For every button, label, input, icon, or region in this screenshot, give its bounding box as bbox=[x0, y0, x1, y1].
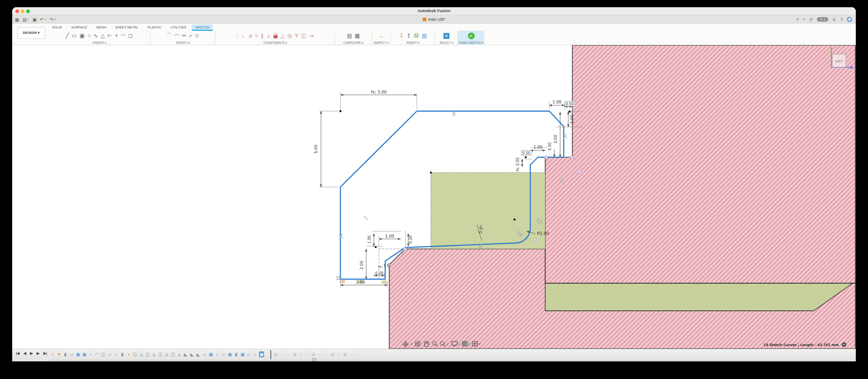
timeline-feature-cham[interactable]: ◣ bbox=[183, 351, 188, 357]
timeline-feature-circle[interactable]: ○ bbox=[50, 351, 55, 357]
tab-sheet-metal[interactable]: SHEET METAL bbox=[112, 24, 142, 31]
timeline-ghost-feature-sketch[interactable]: ▱ bbox=[349, 351, 354, 357]
insert-dxf-icon[interactable]: ↧ bbox=[399, 33, 404, 39]
fillet-icon[interactable]: ⌒ bbox=[166, 33, 172, 39]
timeline-feature-sketch[interactable]: ▱ bbox=[246, 351, 251, 357]
timeline-ghost-feature-sketch[interactable]: ▱ bbox=[279, 351, 284, 357]
project-icon[interactable]: ⊂ bbox=[195, 33, 199, 39]
timeline-ghost-feature-mirror[interactable]: ◫ bbox=[298, 351, 303, 357]
spline-icon[interactable]: ∿ bbox=[93, 33, 98, 39]
dim-02-v[interactable]: 0.20 bbox=[409, 235, 413, 243]
sketch-point-handle[interactable] bbox=[337, 276, 340, 280]
center-rectangle-icon[interactable]: ▣ bbox=[80, 33, 85, 39]
insert-label[interactable]: INSERT ▾ bbox=[391, 41, 435, 45]
new-tab-icon[interactable]: + bbox=[803, 17, 805, 22]
dim-1-top[interactable]: 1.00 bbox=[552, 100, 561, 104]
dim-1-low-v[interactable]: 1.00 bbox=[368, 235, 372, 243]
timeline-scrub-handle[interactable] bbox=[312, 358, 316, 361]
dimension-icon[interactable]: ⊢ bbox=[108, 33, 112, 39]
dim-fx-05[interactable]: fx: 0.50 bbox=[516, 158, 520, 172]
dim-05-mid[interactable]: 0.50 bbox=[522, 151, 530, 155]
ellipse-icon[interactable]: ◻ bbox=[128, 33, 133, 39]
rectangle-icon[interactable]: ▭ bbox=[72, 33, 77, 39]
play-button[interactable]: ▶ bbox=[30, 351, 33, 356]
midpoint-icon[interactable]: Y bbox=[295, 33, 298, 39]
arc-icon[interactable]: ◠ bbox=[121, 33, 125, 39]
polygon-icon[interactable]: △ bbox=[101, 33, 105, 39]
dim-02-h[interactable]: 0.20 bbox=[375, 271, 383, 276]
measure-icon[interactable]: ↔ bbox=[379, 33, 384, 39]
timeline-feature-box[interactable]: ▣ bbox=[227, 351, 232, 357]
point-icon[interactable]: + bbox=[115, 33, 118, 39]
line-icon[interactable]: ╱ bbox=[66, 33, 69, 39]
timeline-feature-mirror[interactable]: ◫ bbox=[170, 351, 175, 357]
timeline-position-marker[interactable] bbox=[270, 350, 271, 359]
symmetry-icon[interactable]: ◫ bbox=[301, 33, 306, 39]
finish-sketch-label[interactable]: FINISH SKETCH ▾ bbox=[458, 41, 484, 45]
timeline-feature-circle[interactable]: ○ bbox=[253, 351, 258, 357]
tab-plastic[interactable]: PLASTIC bbox=[144, 24, 165, 31]
parallel-icon[interactable]: ∥ bbox=[261, 33, 264, 39]
step-back-button[interactable]: ◀ bbox=[23, 351, 26, 356]
view-cube-label[interactable]: LEFT bbox=[835, 60, 843, 63]
timeline-feature-mirror[interactable]: ◫ bbox=[101, 351, 106, 357]
tab-mesh[interactable]: MESH bbox=[93, 24, 110, 31]
green-profile-region[interactable] bbox=[431, 173, 545, 249]
dim-1-right[interactable]: 1.00 bbox=[570, 115, 574, 124]
dim-fx-5[interactable]: fx: 5.00 bbox=[371, 90, 387, 94]
timeline-ghost-feature-circle[interactable]: ○ bbox=[286, 351, 291, 357]
dim-5[interactable]: 5.00 bbox=[314, 145, 318, 154]
horizontal-vertical-icon[interactable]: ∟ bbox=[241, 33, 246, 39]
dim-05-right[interactable]: 0.50 bbox=[548, 142, 552, 150]
select-label[interactable]: SELECT ▾ bbox=[435, 41, 458, 45]
timeline-feature-circle[interactable]: ○ bbox=[113, 351, 118, 357]
step-forward-button[interactable]: ▶ bbox=[37, 351, 39, 356]
dim-3-right[interactable]: 3.00 bbox=[553, 135, 558, 144]
timeline-feature-mirror[interactable]: ◫ bbox=[132, 351, 137, 357]
timeline-ghost-feature-box[interactable]: ▣ bbox=[273, 351, 278, 357]
timeline-feature-circle[interactable]: ○ bbox=[88, 351, 93, 357]
tab-surface[interactable]: SURFACE bbox=[68, 24, 91, 31]
user-avatar[interactable]: ◉ bbox=[847, 17, 852, 22]
timeline-feature-box[interactable]: ▣ bbox=[82, 351, 87, 357]
document-tab[interactable]: main v25* bbox=[418, 16, 450, 23]
curvature-icon[interactable]: ↝ bbox=[309, 33, 313, 39]
timeline-feature-box[interactable]: ▣ bbox=[208, 351, 213, 357]
help-icon[interactable]: ? bbox=[840, 17, 843, 22]
configure-label[interactable]: CONFIGURE ▾ bbox=[335, 41, 372, 45]
dim-2[interactable]: 2.00 bbox=[359, 261, 364, 270]
green-section-band[interactable] bbox=[545, 283, 853, 311]
timeline-feature-lock[interactable]: ▪ bbox=[126, 351, 131, 357]
timeline-feature-sketch[interactable]: ▱ bbox=[69, 351, 74, 357]
go-to-end-button[interactable]: ▶| bbox=[43, 351, 47, 356]
redo-icon[interactable]: ↷▼ bbox=[50, 17, 56, 22]
timeline-ghost-feature-box[interactable]: ▣ bbox=[343, 351, 348, 357]
job-status-badge[interactable]: ◷ 1 bbox=[817, 17, 828, 22]
timeline-feature-sketch[interactable]: ▱ bbox=[202, 351, 207, 357]
equal-icon[interactable]: = bbox=[255, 33, 258, 39]
app-grid-icon[interactable]: ▦ bbox=[15, 17, 19, 22]
dim-r1[interactable]: R1.00 bbox=[537, 231, 549, 236]
timeline-feature-active[interactable]: ▣ bbox=[259, 351, 264, 357]
tab-sketch[interactable]: SKETCH bbox=[192, 24, 212, 31]
triangle-icon[interactable]: △ bbox=[280, 33, 284, 39]
inspect-label[interactable]: INSPECT ▾ bbox=[372, 41, 391, 45]
file-menu-icon[interactable]: ▤▼ bbox=[22, 17, 29, 22]
dim-1-mid[interactable]: 1.00 bbox=[533, 145, 542, 150]
history-clock-icon[interactable]: ◷ bbox=[809, 17, 813, 22]
notifications-bell-icon[interactable]: 🕭 bbox=[832, 17, 836, 22]
timeline-feature-cyl[interactable]: ▮ bbox=[234, 351, 239, 357]
create-label[interactable]: CREATE ▾ bbox=[48, 41, 150, 45]
tab-solid[interactable]: SOLID bbox=[48, 24, 66, 31]
timeline-ghost-feature-box[interactable]: ▣ bbox=[311, 351, 316, 357]
perpendicular-icon[interactable]: ⊥ bbox=[266, 33, 271, 39]
dim-1-low-h[interactable]: 1.00 bbox=[385, 234, 394, 239]
insert-file-icon[interactable]: ↥ bbox=[406, 33, 411, 39]
timeline-ghost-feature-sketch[interactable]: ▱ bbox=[324, 351, 329, 357]
modify-label[interactable]: MODIFY ▾ bbox=[151, 41, 215, 45]
timeline-feature-cyl[interactable]: ▮ bbox=[120, 351, 125, 357]
timeline-ghost-feature-circle[interactable]: ○ bbox=[355, 351, 360, 357]
close-tab-icon[interactable]: × bbox=[797, 17, 799, 22]
timeline-feature-mirror[interactable]: ◫ bbox=[145, 351, 150, 357]
hatched-body-top-right[interactable] bbox=[545, 45, 855, 283]
